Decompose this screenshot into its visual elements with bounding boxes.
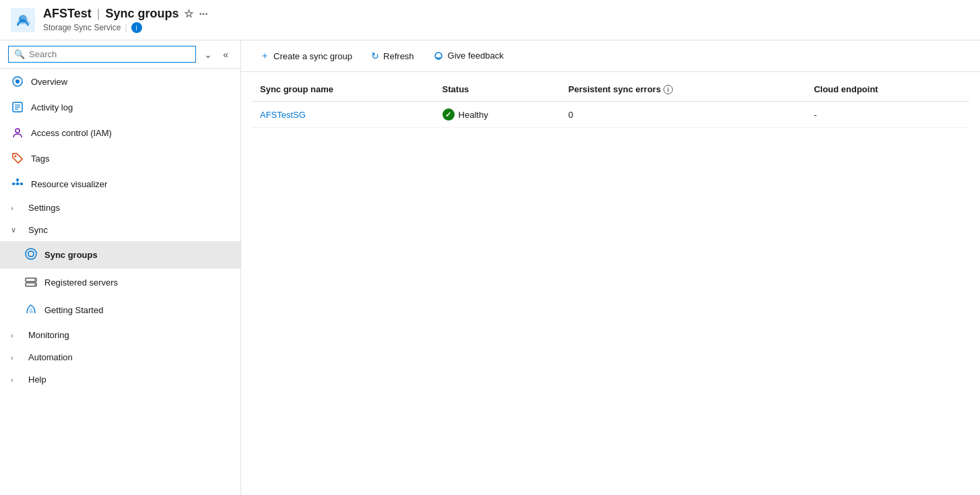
svg-point-17: [26, 249, 36, 259]
sidebar-section-monitoring[interactable]: › Monitoring: [0, 324, 240, 346]
search-icon: 🔍: [14, 49, 25, 59]
sidebar-item-sync-groups[interactable]: Sync groups: [0, 241, 240, 269]
automation-section-label: Automation: [28, 352, 73, 362]
sidebar-controls: ⌄ «: [200, 46, 232, 63]
col-header-errors: Persistent sync errors i: [560, 77, 806, 102]
feedback-icon: [433, 50, 444, 61]
search-input-wrap[interactable]: 🔍: [8, 46, 196, 63]
table-row: AFSTestSG Healthy 0 -: [252, 102, 969, 128]
sidebar-section-help[interactable]: › Help: [0, 368, 240, 391]
favorite-star-icon[interactable]: ☆: [184, 7, 193, 20]
visualizer-icon: [11, 177, 24, 191]
sync-groups-table: Sync group name Status Persistent sync e…: [252, 77, 969, 128]
tags-icon: [11, 152, 24, 165]
registered-servers-icon: [24, 275, 38, 290]
content-area: ＋ Create a sync group ↻ Refresh Give fee…: [241, 40, 980, 495]
settings-section-label: Settings: [28, 203, 60, 213]
feedback-label: Give feedback: [448, 51, 504, 61]
automation-chevron-icon: ›: [11, 354, 22, 362]
plus-icon: ＋: [260, 50, 269, 62]
svg-point-3: [15, 79, 20, 84]
registered-servers-label: Registered servers: [44, 277, 118, 288]
healthy-status-icon: [443, 108, 455, 121]
iam-label: Access control (IAM): [31, 128, 230, 138]
refresh-icon: ↻: [371, 51, 379, 61]
svg-point-13: [16, 178, 19, 181]
sidebar: 🔍 ⌄ « Overview Activity log: [0, 40, 241, 495]
sidebar-item-tags[interactable]: Tags: [0, 145, 240, 171]
refresh-button[interactable]: ↻ Refresh: [363, 46, 422, 65]
activity-log-icon: [11, 100, 24, 114]
resource-visualizer-label: Resource visualizer: [31, 179, 230, 189]
search-input[interactable]: [29, 49, 190, 59]
activity-log-label: Activity log: [31, 102, 230, 112]
create-sync-group-button[interactable]: ＋ Create a sync group: [252, 46, 360, 66]
filter-button[interactable]: ⌄: [200, 46, 216, 63]
toolbar: ＋ Create a sync group ↻ Refresh Give fee…: [241, 40, 980, 72]
monitoring-section-label: Monitoring: [28, 330, 69, 340]
sidebar-item-resource-visualizer[interactable]: Resource visualizer: [0, 171, 240, 197]
sidebar-search-area: 🔍 ⌄ «: [0, 40, 240, 69]
sidebar-item-activity-log[interactable]: Activity log: [0, 94, 240, 120]
cell-status: Healthy: [434, 102, 560, 128]
svg-point-20: [34, 279, 36, 281]
sync-chevron-icon: ∨: [11, 226, 22, 234]
create-label: Create a sync group: [273, 51, 352, 61]
svg-point-21: [34, 284, 36, 286]
getting-started-icon: [24, 302, 38, 318]
svg-point-11: [12, 183, 15, 185]
cell-errors: 0: [560, 102, 806, 128]
help-section-label: Help: [28, 374, 46, 385]
iam-icon: [11, 126, 24, 139]
sync-group-link[interactable]: AFSTestSG: [260, 110, 306, 120]
getting-started-label: Getting Started: [44, 305, 103, 315]
svg-point-12: [20, 183, 23, 185]
overview-icon: [11, 75, 24, 88]
svg-point-9: [15, 156, 17, 158]
svg-point-10: [16, 183, 19, 185]
settings-chevron-icon: ›: [11, 204, 22, 212]
sync-section-label: Sync: [28, 225, 48, 235]
sidebar-section-sync[interactable]: ∨ Sync: [0, 219, 240, 241]
table-area: Sync group name Status Persistent sync e…: [241, 72, 980, 495]
col-header-name: Sync group name: [252, 77, 434, 102]
status-text: Healthy: [459, 110, 488, 120]
sidebar-section-automation[interactable]: › Automation: [0, 346, 240, 368]
header-title-block: AFSTest | Sync groups ☆ ··· Storage Sync…: [43, 7, 208, 33]
sidebar-item-getting-started[interactable]: Getting Started: [0, 296, 240, 324]
service-logo: [11, 8, 35, 32]
col-header-status: Status: [434, 77, 560, 102]
svg-point-8: [15, 129, 20, 133]
sidebar-item-overview[interactable]: Overview: [0, 69, 240, 94]
title-separator: |: [97, 7, 100, 21]
main-layout: 🔍 ⌄ « Overview Activity log: [0, 40, 980, 495]
sync-groups-icon: [24, 247, 38, 263]
info-icon[interactable]: i: [131, 22, 142, 33]
page-header: AFSTest | Sync groups ☆ ··· Storage Sync…: [0, 0, 980, 40]
collapse-button[interactable]: «: [219, 46, 232, 63]
subtitle-text: Storage Sync Service: [43, 23, 121, 32]
persistent-errors-info-icon[interactable]: i: [663, 85, 673, 94]
page-name: Sync groups: [105, 7, 178, 21]
col-header-endpoint: Cloud endpoint: [806, 77, 969, 102]
monitoring-chevron-icon: ›: [11, 331, 22, 339]
overview-label: Overview: [31, 77, 230, 87]
refresh-label: Refresh: [383, 51, 414, 61]
cell-endpoint: -: [806, 102, 969, 128]
more-options-icon[interactable]: ···: [199, 8, 207, 20]
help-chevron-icon: ›: [11, 376, 22, 384]
sync-groups-label: Sync groups: [44, 250, 98, 260]
sidebar-section-settings[interactable]: › Settings: [0, 197, 240, 219]
cell-name: AFSTestSG: [252, 102, 434, 128]
service-name: AFSTest: [43, 7, 92, 21]
feedback-button[interactable]: Give feedback: [425, 46, 512, 65]
tags-label: Tags: [31, 154, 230, 164]
sidebar-item-registered-servers[interactable]: Registered servers: [0, 269, 240, 296]
sidebar-item-iam[interactable]: Access control (IAM): [0, 120, 240, 145]
